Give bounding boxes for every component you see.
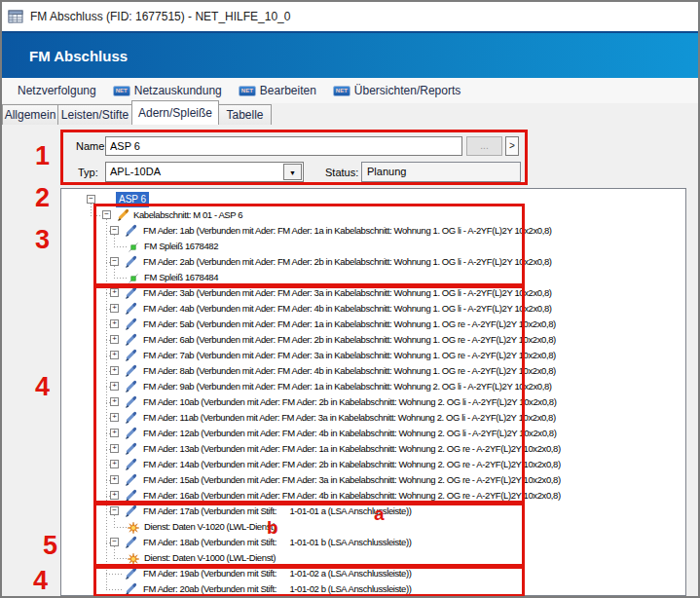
tree-label: Dienst: Daten V-1000 (LWL-Dienst)	[144, 550, 276, 566]
tree-row[interactable]: +FM Ader: 4ab (Verbunden mit Ader: FM Ad…	[61, 301, 685, 317]
tree-label: FM Ader: 6ab (Verbunden mit Ader: FM Ade…	[143, 332, 556, 348]
tree-row[interactable]: +FM Ader: 8ab (Verbunden mit Ader: FM Ad…	[61, 363, 685, 379]
tree-guide-line	[106, 355, 110, 356]
tree-label: ASP 6	[116, 192, 149, 207]
tree-label: FM Ader: 20ab (Verbunden mit Stift: 1-01…	[143, 581, 411, 596]
chevron-down-icon[interactable]: ▼	[283, 164, 302, 180]
collapse-toggle[interactable]: −	[87, 195, 95, 204]
expand-field-button[interactable]: >	[505, 136, 519, 156]
tree-row[interactable]: +FM Ader: 13ab (Verbunden mit Ader: FM A…	[61, 441, 685, 457]
expand-toggle[interactable]: +	[110, 382, 119, 391]
tree-row[interactable]: +FM Ader: 9ab (Verbunden mit Ader: FM Ad…	[61, 379, 685, 394]
tab-bar: AllgemeinLeisten/StifteAdern/SpleißeTabe…	[2, 103, 698, 125]
tree-label: FM Ader: 7ab (Verbunden mit Ader: FM Ade…	[143, 348, 556, 363]
tree-row[interactable]: FM Ader: 19ab (Verbunden mit Stift: 1-01…	[61, 566, 685, 581]
tree-guide-line	[91, 215, 102, 216]
menu-item-netzverfolgung[interactable]: Netzverfolgung	[18, 84, 96, 97]
tree-row[interactable]: FM Ader: 20ab (Verbunden mit Stift: 1-01…	[61, 581, 685, 596]
expand-toggle[interactable]: +	[110, 319, 119, 328]
splice-icon	[128, 271, 141, 284]
pencil-blue-icon	[124, 286, 137, 300]
tree-row[interactable]: −FM Ader: 18ab (Verbunden mit Stift: 1-0…	[61, 535, 685, 550]
tree-row[interactable]: +FM Ader: 3ab (Verbunden mit Ader: FM Ad…	[61, 285, 685, 301]
expand-toggle[interactable]: +	[110, 397, 119, 406]
tree-guide-line	[106, 542, 110, 543]
tree-row[interactable]: −Kabelabschnitt: M 01 - ASP 6	[61, 207, 685, 223]
adern-spleisse-tree[interactable]: −ASP 6−Kabelabschnitt: M 01 - ASP 6−FM A…	[60, 188, 686, 596]
tree-row[interactable]: +FM Ader: 12ab (Verbunden mit Ader: FM A…	[61, 426, 685, 441]
collapse-toggle[interactable]: −	[110, 506, 119, 515]
tree-label: FM Spleiß 1678484	[144, 270, 218, 285]
tree-guide-line	[106, 433, 110, 434]
tab-leisten-stifte[interactable]: Leisten/Stifte	[57, 104, 132, 125]
tree-row[interactable]: +FM Ader: 6ab (Verbunden mit Ader: FM Ad…	[61, 332, 685, 348]
tree-row[interactable]: +FM Ader: 11ab (Verbunden mit Ader: FM A…	[61, 410, 685, 426]
expand-toggle[interactable]: +	[110, 304, 119, 313]
tree-row[interactable]: −FM Ader: 1ab (Verbunden mit Ader: FM Ad…	[61, 223, 685, 239]
collapse-toggle[interactable]: −	[102, 210, 111, 219]
menu-item-netzauskundung[interactable]: NETNetzauskundung	[113, 84, 222, 97]
tree-label: FM Ader: 15ab (Verbunden mit Ader: FM Ad…	[143, 472, 561, 488]
tree-guide-line	[106, 449, 110, 450]
pencil-blue-icon	[124, 333, 137, 347]
tree-row[interactable]: Dienst: Daten V-1020 (LWL-Dienst)	[61, 519, 685, 535]
browse-button[interactable]: ...	[466, 136, 502, 156]
tree-guide-line	[114, 527, 128, 528]
splice-icon	[128, 240, 141, 253]
collapse-toggle[interactable]: −	[110, 226, 119, 235]
pencil-blue-icon	[124, 302, 137, 316]
tree-guide-line	[114, 546, 115, 558]
app-header-band: FM Abschluss	[2, 31, 698, 78]
tree-row[interactable]: +FM Ader: 10ab (Verbunden mit Ader: FM A…	[61, 394, 685, 410]
typ-combobox[interactable]: APL-10DA ▼	[105, 162, 304, 182]
tree-row[interactable]: +FM Ader: 15ab (Verbunden mit Ader: FM A…	[61, 472, 685, 488]
expand-toggle[interactable]: +	[110, 460, 119, 468]
tree-row[interactable]: +FM Ader: 14ab (Verbunden mit Ader: FM A…	[61, 457, 685, 472]
pencil-blue-icon	[124, 364, 137, 378]
tree-guide-line	[106, 465, 110, 466]
tab-allgemein[interactable]: Allgemein	[2, 104, 58, 125]
pencil-blue-icon	[124, 318, 137, 331]
tree-row[interactable]: −ASP 6	[61, 192, 685, 207]
tree-row[interactable]: −FM Ader: 17ab (Verbunden mit Stift: 1-0…	[61, 504, 685, 519]
tree-row[interactable]: FM Spleiß 1678484	[61, 270, 685, 285]
pencil-blue-icon	[124, 442, 137, 456]
expand-toggle[interactable]: +	[110, 413, 119, 422]
expand-toggle[interactable]: +	[110, 288, 119, 297]
tree-row[interactable]: FM Spleiß 1678482	[61, 239, 685, 254]
annotation-number-2: 2	[35, 185, 50, 211]
expand-toggle[interactable]: +	[110, 475, 119, 484]
collapse-toggle[interactable]: −	[110, 257, 119, 266]
tree-row[interactable]: +FM Ader: 5ab (Verbunden mit Ader: FM Ad…	[61, 317, 685, 332]
tree-row[interactable]: +FM Ader: 16ab (Verbunden mit Ader: FM A…	[61, 488, 685, 504]
expand-toggle[interactable]: +	[110, 335, 119, 344]
annotation-number-3: 3	[35, 227, 50, 253]
expand-toggle[interactable]: +	[110, 491, 119, 500]
tab-adern-splei-e[interactable]: Adern/Spleiße	[131, 100, 219, 125]
window-title: FM Abschluss (FID: 1677515) - NET_HILFE_…	[30, 10, 290, 23]
expand-toggle[interactable]: +	[110, 444, 119, 453]
typ-label: Typ:	[78, 167, 98, 178]
tree-guide-line	[114, 246, 128, 247]
pencil-blue-icon	[124, 255, 137, 269]
tree-row[interactable]: −FM Ader: 2ab (Verbunden mit Ader: FM Ad…	[61, 254, 685, 270]
expand-toggle[interactable]: +	[110, 366, 119, 375]
expand-toggle[interactable]: +	[110, 351, 119, 359]
tree-guide-line	[114, 266, 115, 278]
menu-item-bersichten-reports[interactable]: NETÜbersichten/Reports	[333, 84, 461, 97]
collapse-toggle[interactable]: −	[110, 538, 119, 546]
tree-row[interactable]: +FM Ader: 7ab (Verbunden mit Ader: FM Ad…	[61, 348, 685, 363]
tree-guide-line	[91, 204, 92, 215]
tree-guide-line	[106, 496, 110, 497]
annotation-number-4b: 4	[33, 568, 48, 594]
name-label: Name:	[76, 140, 107, 152]
menu-item-bearbeiten[interactable]: NETBearbeiten	[239, 84, 316, 97]
tree-guide-line	[106, 387, 110, 388]
tree-label: FM Ader: 11ab (Verbunden mit Ader: FM Ad…	[143, 410, 556, 426]
pencil-blue-icon	[124, 380, 137, 393]
expand-toggle[interactable]: +	[110, 429, 119, 437]
name-input[interactable]	[105, 136, 462, 156]
tree-row[interactable]: Dienst: Daten V-1000 (LWL-Dienst)	[61, 550, 685, 566]
tab-tabelle[interactable]: Tabelle	[218, 104, 272, 125]
net-icon: NET	[239, 86, 256, 96]
